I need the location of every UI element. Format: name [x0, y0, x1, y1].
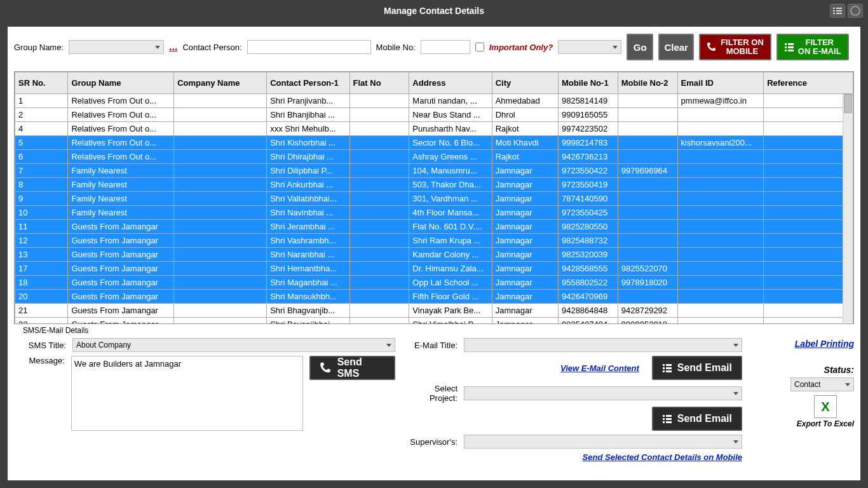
cell-person[interactable]: Shri Bhagvanjib...: [267, 304, 349, 318]
cell-city[interactable]: Jamnagar: [492, 290, 558, 304]
cell-sr[interactable]: 1: [15, 94, 68, 108]
cell-m2[interactable]: [618, 122, 677, 136]
cell-person[interactable]: Shri Ankurbhai ...: [267, 178, 349, 192]
contacts-grid[interactable]: SR No.Group NameCompany NameContact Pers…: [14, 71, 854, 324]
cell-flat[interactable]: [349, 276, 409, 290]
cell-sr[interactable]: 12: [15, 234, 68, 248]
column-header[interactable]: Contact Person-1: [267, 72, 349, 94]
cell-city[interactable]: Jamnagar: [492, 220, 558, 234]
cell-m2[interactable]: 9825522070: [618, 262, 677, 276]
cell-city[interactable]: Moti Khavdi: [492, 136, 558, 150]
column-header[interactable]: Reference: [764, 72, 853, 94]
cell-city[interactable]: Dhrol: [492, 108, 558, 122]
cell-addr[interactable]: Shri Ram Krupa ...: [409, 234, 492, 248]
cell-person[interactable]: Shri Pranjivanb...: [267, 94, 349, 108]
column-header[interactable]: City: [492, 72, 558, 94]
cell-ref[interactable]: [764, 122, 853, 136]
cell-m2[interactable]: [618, 136, 677, 150]
cell-m2[interactable]: 9978918020: [618, 276, 677, 290]
cell-email[interactable]: [677, 122, 764, 136]
cell-flat[interactable]: [349, 234, 409, 248]
table-row[interactable]: 12Guests From JamangarShri Vashrambh...S…: [15, 234, 853, 248]
cell-m1[interactable]: 9998214783: [558, 136, 618, 150]
cell-m1[interactable]: 9825407404: [558, 318, 618, 324]
cell-flat[interactable]: [349, 94, 409, 108]
cell-group[interactable]: Relatives From Out o...: [68, 122, 174, 136]
cell-m2[interactable]: 9428729292: [618, 304, 677, 318]
label-printing-link[interactable]: Label Printing: [795, 339, 854, 349]
cell-city[interactable]: Jamnagar: [492, 164, 558, 178]
cell-group[interactable]: Family Nearest: [68, 206, 174, 220]
table-row[interactable]: 20Guests From JamangarShri Mansukhbh...F…: [15, 290, 853, 304]
cell-addr[interactable]: Kamdar Colony ...: [409, 248, 492, 262]
cell-company[interactable]: [174, 206, 267, 220]
cell-m2[interactable]: [618, 94, 677, 108]
cell-addr[interactable]: 4th Floor Mansa...: [409, 206, 492, 220]
cell-group[interactable]: Relatives From Out o...: [68, 150, 174, 164]
go-button[interactable]: Go: [627, 34, 653, 60]
cell-city[interactable]: Jamnagar: [492, 304, 558, 318]
cell-email[interactable]: [677, 178, 764, 192]
cell-company[interactable]: [174, 248, 267, 262]
cell-m1[interactable]: 9825280550: [558, 220, 618, 234]
cell-email[interactable]: [677, 108, 764, 122]
cell-company[interactable]: [174, 150, 267, 164]
mobile-no-input[interactable]: [421, 40, 470, 54]
cell-company[interactable]: [174, 304, 267, 318]
cell-email[interactable]: [677, 234, 764, 248]
cell-sr[interactable]: 11: [15, 220, 68, 234]
cell-email[interactable]: [677, 276, 764, 290]
column-header[interactable]: Flat No: [349, 72, 409, 94]
cell-city[interactable]: Rajkot: [492, 150, 558, 164]
cell-company[interactable]: [174, 178, 267, 192]
cell-email[interactable]: [677, 304, 764, 318]
cell-person[interactable]: Shri Naranbhai ...: [267, 248, 349, 262]
cell-m2[interactable]: [618, 248, 677, 262]
cell-m2[interactable]: [618, 290, 677, 304]
cell-m1[interactable]: 9426470969: [558, 290, 618, 304]
cell-email[interactable]: [677, 192, 764, 206]
cell-sr[interactable]: 20: [15, 290, 68, 304]
cell-addr[interactable]: Vinayak Park Be...: [409, 304, 492, 318]
cell-person[interactable]: Shri Navinbhai ...: [267, 206, 349, 220]
table-row[interactable]: 4Relatives From Out o...xxx Shri Mehulb.…: [15, 122, 853, 136]
cell-city[interactable]: Jamnagar: [492, 234, 558, 248]
send-email-button-1[interactable]: Send Email: [652, 356, 742, 380]
cell-m1[interactable]: 9974223502: [558, 122, 618, 136]
cell-group[interactable]: Guests From Jamangar: [68, 220, 174, 234]
cell-flat[interactable]: [349, 108, 409, 122]
supervisors-combo[interactable]: [464, 435, 742, 449]
select-project-combo[interactable]: [464, 386, 742, 400]
cell-ref[interactable]: [764, 192, 853, 206]
cell-company[interactable]: [174, 94, 267, 108]
cell-ref[interactable]: [764, 318, 853, 324]
cell-m1[interactable]: 9825320039: [558, 248, 618, 262]
cell-flat[interactable]: [349, 136, 409, 150]
cell-person[interactable]: Shri Bhanjibhai ...: [267, 108, 349, 122]
cell-m1[interactable]: 9723550425: [558, 206, 618, 220]
cell-addr[interactable]: Opp Lal School ...: [409, 276, 492, 290]
cell-flat[interactable]: [349, 220, 409, 234]
table-row[interactable]: 5Relatives From Out o...Shri Kishorbhai …: [15, 136, 853, 150]
cell-city[interactable]: Jamnagar: [492, 192, 558, 206]
cell-ref[interactable]: [764, 234, 853, 248]
table-row[interactable]: 2Relatives From Out o...Shri Bhanjibhai …: [15, 108, 853, 122]
cell-sr[interactable]: 9: [15, 192, 68, 206]
contact-person-input[interactable]: [247, 40, 371, 54]
cell-flat[interactable]: [349, 318, 409, 324]
cell-email[interactable]: [677, 150, 764, 164]
cell-email[interactable]: [677, 248, 764, 262]
cell-addr[interactable]: 503, Thakor Dha...: [409, 178, 492, 192]
table-row[interactable]: 6Relatives From Out o...Shri Dhirajbhai …: [15, 150, 853, 164]
sms-title-combo[interactable]: About Company: [72, 338, 395, 352]
cell-company[interactable]: [174, 220, 267, 234]
cell-m1[interactable]: 9825814149: [558, 94, 618, 108]
cell-ref[interactable]: [764, 108, 853, 122]
send-email-button-2[interactable]: Send Email: [652, 407, 742, 431]
cell-addr[interactable]: 104, Manusmru...: [409, 164, 492, 178]
cell-m2[interactable]: [618, 220, 677, 234]
cell-ref[interactable]: [764, 276, 853, 290]
cell-m2[interactable]: [618, 206, 677, 220]
cell-flat[interactable]: [349, 122, 409, 136]
group-lookup-button[interactable]: ...: [169, 41, 177, 53]
